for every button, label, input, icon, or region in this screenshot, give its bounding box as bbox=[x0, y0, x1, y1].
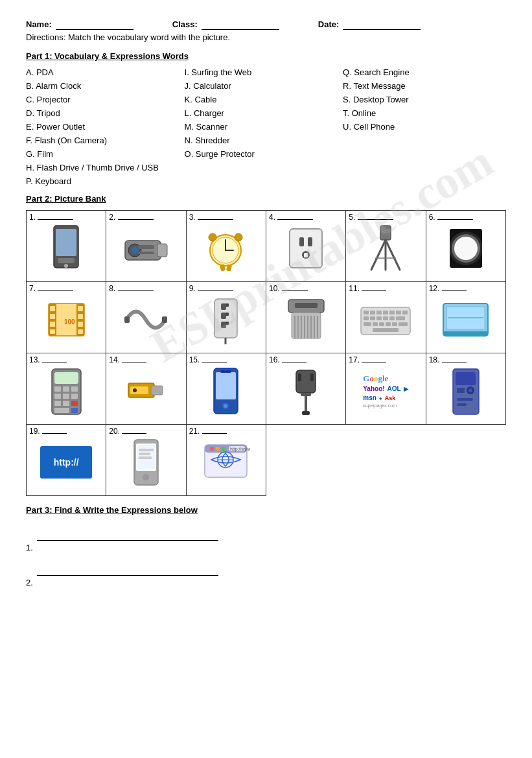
cell-21-image: http://www bbox=[189, 437, 263, 488]
vocab-col1: A. PDA B. Alarm Clock C. Projector D. Tr… bbox=[26, 67, 185, 186]
svg-point-122 bbox=[468, 388, 472, 392]
svg-rect-72 bbox=[402, 311, 408, 314]
part3-title: Part 3: Find & Write the Expressions bel… bbox=[26, 505, 506, 515]
vocab-table: A. PDA B. Alarm Clock C. Projector D. Tr… bbox=[26, 67, 506, 186]
cell-16-label: 16. bbox=[269, 355, 343, 364]
svg-rect-49 bbox=[221, 322, 226, 328]
cell-5: 5. bbox=[346, 211, 426, 282]
svg-rect-50 bbox=[226, 303, 229, 307]
svg-rect-94 bbox=[71, 386, 78, 392]
svg-rect-119 bbox=[456, 372, 476, 385]
write-line-2[interactable] bbox=[37, 564, 218, 576]
cell-21: 21. http://www bbox=[186, 425, 266, 496]
cell-19-image: http:// bbox=[29, 437, 103, 488]
ask-logo: Ask bbox=[385, 394, 396, 403]
svg-rect-39 bbox=[78, 306, 83, 311]
calculator-icon bbox=[49, 367, 84, 416]
svg-text:100: 100 bbox=[64, 318, 75, 326]
cell-12-image bbox=[429, 294, 503, 345]
cell-8-label: 8. bbox=[109, 284, 183, 293]
svg-rect-77 bbox=[389, 316, 395, 320]
svg-rect-47 bbox=[221, 303, 226, 310]
vocab-row: A. PDA B. Alarm Clock C. Projector D. Tr… bbox=[26, 67, 506, 186]
cell-14-label: 14. bbox=[109, 355, 183, 364]
cell-10: 10. bbox=[266, 282, 345, 353]
vocab-T: T. Online bbox=[343, 108, 506, 118]
svg-point-110 bbox=[224, 404, 227, 408]
svg-rect-38 bbox=[50, 329, 55, 334]
cell-5-image bbox=[349, 223, 422, 274]
http-box: http:// bbox=[40, 446, 92, 479]
cell-19-label: 19. bbox=[29, 427, 103, 436]
cell-3: 3. bbox=[186, 211, 266, 282]
svg-rect-66 bbox=[364, 311, 369, 314]
svg-rect-40 bbox=[78, 314, 83, 319]
cell-10-label: 10. bbox=[269, 284, 343, 293]
cell-17: 17. Google Yahoo! AOL ▶ msn ● Ask bbox=[346, 353, 426, 425]
cell-7-image: 100 bbox=[29, 294, 103, 345]
cell-9-image bbox=[189, 294, 263, 345]
svg-rect-56 bbox=[292, 313, 321, 338]
svg-rect-111 bbox=[220, 370, 231, 373]
svg-point-14 bbox=[209, 233, 216, 241]
svg-rect-128 bbox=[139, 449, 154, 451]
svg-rect-124 bbox=[457, 403, 467, 406]
aol-arrow: ▶ bbox=[404, 385, 409, 394]
svg-rect-96 bbox=[63, 394, 69, 399]
cell-14: 14. bbox=[106, 353, 186, 425]
vocab-K: K. Cable bbox=[185, 95, 338, 104]
projector-icon bbox=[122, 231, 170, 266]
cell-2-image bbox=[109, 223, 183, 274]
msn-dot: ● bbox=[379, 395, 382, 402]
svg-rect-70 bbox=[389, 311, 395, 314]
cell-1-label: 1. bbox=[29, 213, 103, 222]
flash-icon bbox=[446, 226, 485, 271]
svg-rect-36 bbox=[50, 314, 55, 319]
svg-point-6 bbox=[131, 246, 139, 254]
svg-rect-97 bbox=[71, 394, 78, 399]
svg-point-15 bbox=[235, 233, 242, 241]
write-num-1: 1. bbox=[26, 543, 33, 552]
svg-rect-88 bbox=[443, 331, 488, 336]
cell-20: 20. bbox=[106, 425, 186, 496]
vocab-O: O. Surge Protector bbox=[185, 149, 338, 159]
write-row-2: 2. bbox=[26, 564, 506, 587]
cell-7-label: 7. bbox=[29, 284, 103, 293]
svg-rect-123 bbox=[457, 398, 473, 401]
vocab-F: F. Flash (On Camera) bbox=[26, 136, 179, 145]
vocab-Q: Q. Search Engine bbox=[343, 67, 506, 77]
superpages-logo: superpages.com bbox=[363, 403, 397, 409]
svg-rect-74 bbox=[370, 316, 375, 320]
search-logos: Google Yahoo! AOL ▶ msn ● Ask superpages… bbox=[362, 372, 410, 410]
svg-rect-102 bbox=[71, 408, 78, 413]
svg-line-26 bbox=[386, 240, 400, 270]
yahoo-logo: Yahoo! bbox=[363, 385, 384, 394]
svg-rect-95 bbox=[54, 394, 61, 399]
vocab-H: H. Flash Drive / Thumb Drive / USB bbox=[26, 163, 179, 172]
cell-11-label: 11. bbox=[349, 284, 422, 293]
part3-section: Part 3: Find & Write the Expressions bel… bbox=[26, 505, 506, 587]
write-line-1[interactable] bbox=[37, 529, 218, 541]
class-label: Class: bbox=[172, 19, 198, 30]
svg-rect-67 bbox=[370, 311, 375, 314]
alarm-clock-icon bbox=[205, 226, 247, 271]
cell-6: 6. bbox=[426, 211, 505, 282]
vocab-L: L. Charger bbox=[185, 108, 338, 118]
svg-rect-108 bbox=[216, 372, 236, 399]
keyboard-icon bbox=[360, 302, 411, 338]
date-field: Date: bbox=[318, 19, 421, 30]
cell-13: 13. bbox=[27, 353, 106, 425]
name-field: Name: bbox=[26, 19, 133, 30]
vocab-B: B. Alarm Clock bbox=[26, 81, 179, 91]
svg-rect-91 bbox=[54, 372, 78, 384]
scanner-icon bbox=[441, 300, 490, 339]
empty-cells bbox=[266, 425, 505, 496]
svg-rect-1 bbox=[56, 229, 76, 256]
svg-rect-71 bbox=[396, 311, 401, 314]
cell-19: 19. http:// bbox=[27, 425, 106, 496]
name-label: Name: bbox=[26, 19, 52, 30]
svg-rect-55 bbox=[295, 303, 318, 308]
cell-2-label: 2. bbox=[109, 213, 183, 222]
cell-8-image bbox=[109, 294, 183, 345]
picture-row-4: 19. http:// 20. 21. bbox=[27, 425, 506, 496]
